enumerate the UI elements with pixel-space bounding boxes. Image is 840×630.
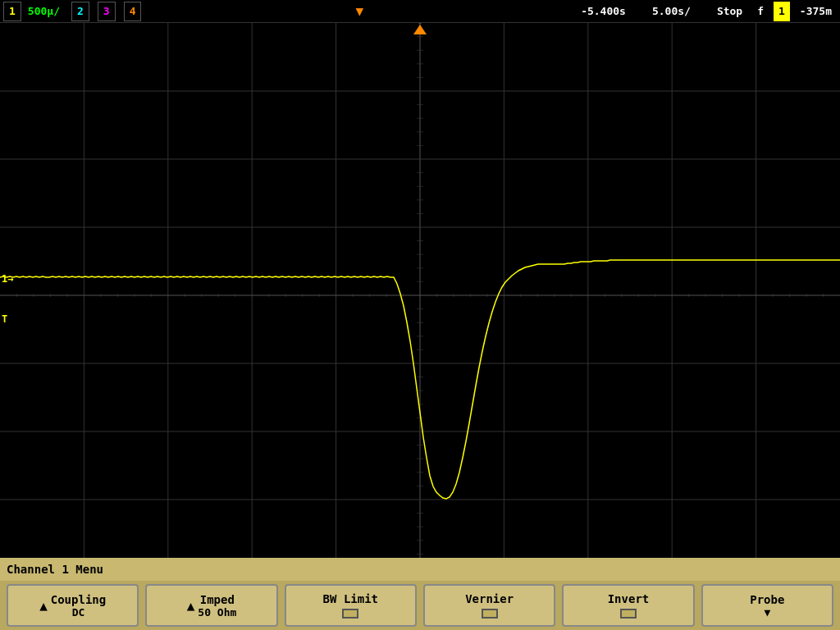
- ch1-label: 1: [9, 5, 16, 17]
- ch3-label: 3: [103, 5, 110, 17]
- run-status: Stop: [712, 2, 747, 21]
- waveform-area: 1→ T: [0, 23, 840, 558]
- ch2-label-box: 2: [71, 2, 89, 21]
- probe-label: Probe: [750, 593, 784, 606]
- imped-value: 50 Ohm: [198, 606, 236, 619]
- menu-button-bar: ▲ Coupling DC ▲ Imped 50 Ohm BW Limit Ve…: [0, 581, 840, 630]
- grid: 1→ T: [0, 23, 840, 558]
- coupling-value: DC: [72, 606, 85, 619]
- coupling-arrow: ▲: [39, 598, 48, 614]
- vernier-label: Vernier: [465, 592, 514, 605]
- imped-content: Imped 50 Ohm: [198, 593, 236, 619]
- bw-limit-button[interactable]: BW Limit: [285, 584, 417, 627]
- trigger-position-indicator: ▼: [350, 2, 368, 21]
- bw-limit-label: BW Limit: [323, 592, 378, 605]
- ch4-label: 4: [130, 5, 136, 17]
- invert-button[interactable]: Invert: [562, 584, 694, 627]
- ch4-label-box: 4: [124, 2, 142, 21]
- vernier-button[interactable]: Vernier: [423, 584, 555, 627]
- time-scale-value: 5.00s/: [647, 2, 696, 21]
- invert-checkbox: [620, 609, 637, 619]
- probe-button[interactable]: Probe ▼: [701, 584, 833, 627]
- channel-menu-label: Channel 1 Menu: [7, 563, 103, 576]
- ch3-label-box: 3: [98, 2, 116, 21]
- oscilloscope: 1 500μ/ 2 3 4 ▼ -5.400s 5.00s/ Stop f 1 …: [0, 0, 840, 630]
- time-ref-value: -5.400s: [576, 2, 631, 21]
- imped-label: Imped: [200, 593, 235, 606]
- ch1-ground-marker: T: [2, 313, 7, 325]
- imped-arrow: ▲: [187, 598, 195, 614]
- coupling-content: Coupling DC: [51, 593, 106, 619]
- probe-arrow: ▼: [764, 606, 770, 619]
- bw-limit-checkbox: [342, 609, 358, 619]
- trigger-level-value: -375m: [795, 2, 837, 21]
- ch1-label-box: 1: [3, 2, 21, 21]
- oscilloscope-screen: 1→ T: [0, 23, 840, 558]
- coupling-button[interactable]: ▲ Coupling DC: [7, 584, 139, 627]
- vernier-checkbox: [482, 609, 498, 619]
- coupling-label: Coupling: [51, 593, 106, 606]
- trigger-icon: f: [752, 2, 769, 21]
- ch1-active-box: 1: [774, 2, 790, 21]
- ch2-label: 2: [77, 5, 84, 17]
- invert-label: Invert: [608, 592, 650, 605]
- imped-button[interactable]: ▲ Imped 50 Ohm: [145, 584, 277, 627]
- ch1-active-label: 1: [778, 5, 785, 17]
- header-bar: 1 500μ/ 2 3 4 ▼ -5.400s 5.00s/ Stop f 1 …: [0, 0, 840, 23]
- ch1-scale: 500μ/: [23, 2, 65, 21]
- ch1-level-text: 1→: [2, 273, 13, 285]
- channel-info-bar: Channel 1 Menu: [0, 558, 840, 581]
